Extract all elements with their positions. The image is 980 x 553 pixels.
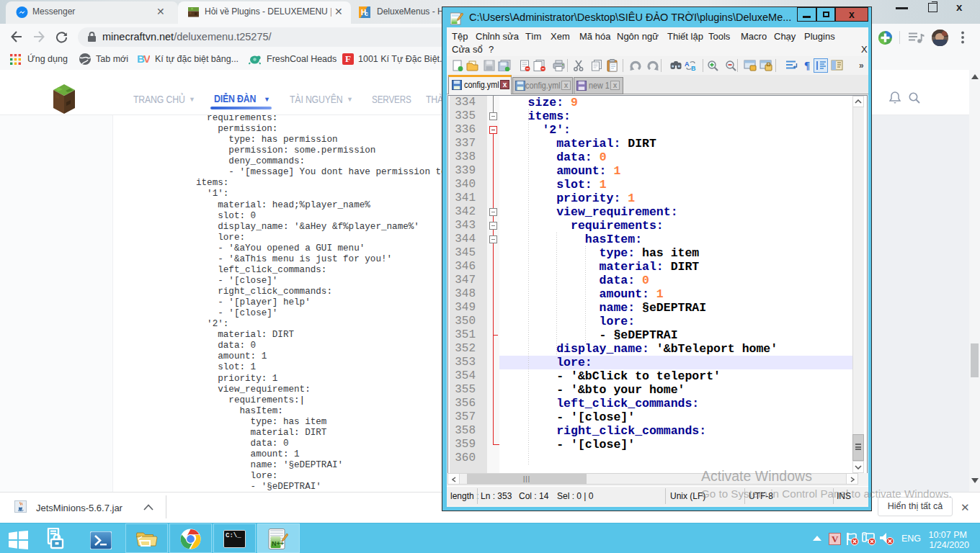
svg-text:V: V	[143, 53, 150, 65]
svg-text:A: A	[685, 60, 690, 68]
svg-text:c: c	[365, 10, 368, 17]
svg-text:B: B	[691, 65, 696, 71]
